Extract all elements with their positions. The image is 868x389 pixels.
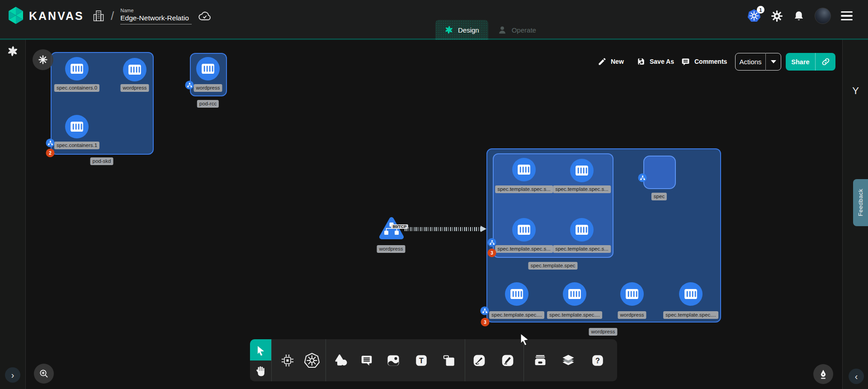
actions-dropdown-button[interactable] bbox=[766, 60, 781, 63]
issue-count-badge[interactable]: 3 bbox=[488, 249, 496, 257]
kubernetes-count-badge: 1 bbox=[757, 6, 764, 14]
brand[interactable]: KANVAS bbox=[6, 0, 84, 32]
issue-count-badge[interactable]: 3 bbox=[481, 318, 490, 327]
feedback-label: Feedback bbox=[857, 189, 864, 216]
sticky-note-icon bbox=[442, 354, 456, 367]
design-icon bbox=[444, 25, 453, 34]
kubernetes-context-button[interactable]: 1 bbox=[747, 9, 761, 23]
tool-pen[interactable] bbox=[468, 339, 490, 381]
svg-text:?: ? bbox=[595, 356, 600, 365]
expand-left-panel-button[interactable]: › bbox=[5, 367, 20, 383]
node-container[interactable] bbox=[620, 282, 644, 306]
node-label: spec.template.spec.... bbox=[547, 311, 602, 319]
save-as-button[interactable]: Save As bbox=[637, 53, 674, 70]
tool-text[interactable]: T bbox=[410, 339, 432, 381]
tool-sticky-note[interactable] bbox=[438, 339, 460, 381]
node-container[interactable] bbox=[679, 282, 703, 306]
share-button[interactable]: Share bbox=[786, 53, 835, 71]
user-avatar[interactable] bbox=[815, 8, 831, 24]
tool-pan-hand[interactable] bbox=[250, 361, 271, 381]
tool-help[interactable]: ? bbox=[587, 339, 609, 381]
component-chip-icon bbox=[280, 353, 295, 368]
notifications-bell-icon[interactable] bbox=[793, 10, 805, 22]
pencil-draw-icon bbox=[501, 354, 514, 367]
comment-icon bbox=[681, 57, 690, 66]
design-name-field: Name Edge-Network-Relatio bbox=[120, 8, 192, 24]
svg-text:T: T bbox=[419, 356, 424, 365]
zoom-in-button[interactable] bbox=[34, 364, 54, 384]
kubernetes-helm-icon bbox=[304, 353, 320, 368]
new-button[interactable]: New bbox=[598, 53, 624, 70]
tool-shapes[interactable] bbox=[330, 339, 352, 381]
tab-design-label: Design bbox=[458, 26, 479, 34]
node-container[interactable] bbox=[505, 282, 528, 306]
node-container[interactable] bbox=[512, 158, 536, 181]
node-container[interactable] bbox=[65, 57, 89, 81]
tool-layers[interactable] bbox=[557, 339, 579, 381]
network-badge-icon[interactable] bbox=[488, 238, 496, 247]
node-container[interactable] bbox=[123, 58, 146, 81]
actions-button[interactable]: Actions bbox=[735, 53, 781, 71]
node-spec[interactable] bbox=[643, 156, 676, 189]
network-badge-icon[interactable] bbox=[46, 139, 55, 147]
cloud-saved-icon bbox=[198, 10, 212, 22]
feedback-tab[interactable]: Feedback bbox=[853, 179, 868, 226]
node-container[interactable] bbox=[570, 218, 594, 242]
node-container[interactable] bbox=[563, 282, 586, 306]
edge-service-to-deployment[interactable] bbox=[405, 227, 481, 231]
mode-tabs: Design Operate bbox=[435, 20, 545, 40]
node-container[interactable] bbox=[512, 218, 536, 242]
copy-link-button[interactable] bbox=[816, 57, 835, 66]
link-icon bbox=[821, 57, 830, 66]
design-name-label: Name bbox=[120, 8, 192, 13]
tool-components[interactable] bbox=[277, 339, 298, 381]
tool-comment[interactable] bbox=[356, 339, 377, 381]
node-label: spec bbox=[651, 193, 667, 200]
settings-gear-icon[interactable] bbox=[771, 10, 783, 22]
share-label: Share bbox=[786, 58, 815, 66]
tab-operate[interactable]: Operate bbox=[488, 20, 545, 40]
node-label: spec.containers.1 bbox=[54, 142, 99, 149]
node-container[interactable] bbox=[65, 115, 89, 138]
network-badge-icon[interactable] bbox=[185, 81, 194, 90]
comment-tool-icon bbox=[360, 354, 373, 367]
tool-select-cursor[interactable] bbox=[250, 339, 271, 361]
tab-design[interactable]: Design bbox=[435, 20, 488, 40]
design-name-input[interactable]: Edge-Network-Relatio bbox=[120, 14, 192, 24]
edge-arrowhead bbox=[481, 226, 486, 232]
pen-tool-icon bbox=[472, 354, 486, 367]
image-icon bbox=[386, 353, 401, 368]
freeze-asterisk-icon[interactable] bbox=[33, 49, 53, 70]
text-icon: T bbox=[415, 354, 428, 367]
breadcrumb: / Name Edge-Network-Relatio bbox=[93, 0, 212, 32]
menu-hamburger-icon[interactable] bbox=[841, 11, 853, 20]
node-container[interactable] bbox=[196, 57, 220, 81]
node-label: spec.template.spec.s... bbox=[495, 185, 553, 193]
collapse-right-panel-button[interactable]: ‹ bbox=[849, 369, 864, 384]
node-label: spec.template.spec.... bbox=[663, 311, 718, 319]
node-container[interactable] bbox=[570, 159, 594, 182]
brand-wordmark: KANVAS bbox=[29, 9, 84, 23]
node-label: spec.template.spec.s... bbox=[553, 185, 611, 193]
canvas-toolbar: T bbox=[250, 339, 617, 381]
tool-kubernetes[interactable] bbox=[301, 339, 323, 381]
tool-image[interactable] bbox=[382, 339, 404, 381]
network-badge-icon[interactable] bbox=[638, 174, 647, 182]
organization-icon[interactable] bbox=[93, 9, 104, 22]
tool-drawer[interactable] bbox=[529, 339, 551, 381]
tool-pencil-draw[interactable] bbox=[497, 339, 519, 381]
pencil-new-icon bbox=[598, 57, 607, 66]
pen-nib-button[interactable] bbox=[813, 364, 833, 384]
comments-button[interactable]: Comments bbox=[681, 53, 727, 70]
app-header: KANVAS / Name Edge-Network-Relatio bbox=[0, 0, 868, 38]
issue-count-badge[interactable]: 2 bbox=[46, 149, 55, 157]
node-label: spec.template.spec.s... bbox=[495, 245, 553, 253]
mouse-cursor bbox=[520, 333, 531, 345]
network-badge-icon[interactable] bbox=[481, 307, 489, 315]
kanvas-logo-icon bbox=[6, 6, 25, 26]
node-label: wordpress bbox=[193, 84, 222, 92]
shapes-icon bbox=[334, 353, 348, 368]
group-spec-template-spec[interactable] bbox=[493, 153, 613, 258]
help-icon: ? bbox=[591, 354, 604, 367]
sync-spinner-icon bbox=[7, 45, 19, 57]
